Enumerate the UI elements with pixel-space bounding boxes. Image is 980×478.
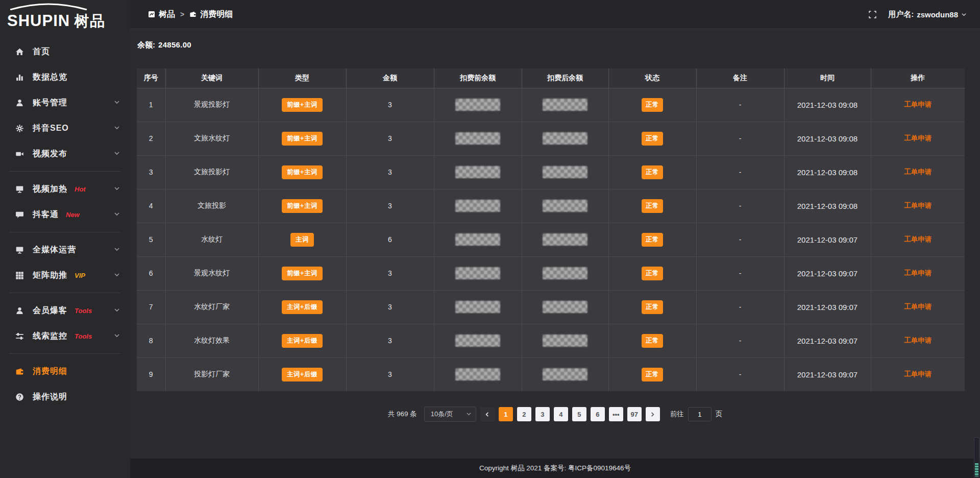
wallet-icon (189, 11, 197, 18)
cell-remark: - (696, 290, 784, 324)
masked-value (455, 132, 500, 145)
goto-page-input[interactable] (688, 407, 712, 421)
sidebar-item-video-publish[interactable]: 视频发布 (0, 141, 130, 166)
cell-time: 2021-12-03 09:08 (784, 88, 871, 122)
cell-status: 正常 (608, 357, 696, 391)
column-header: 序号 (137, 68, 165, 88)
cell-action: 工单申请 (871, 324, 965, 357)
sidebar-item-account-manage[interactable]: 账号管理 (0, 90, 130, 115)
sidebar-item-data-overview[interactable]: 数据总览 (0, 64, 130, 90)
cell-time: 2021-12-03 09:07 (784, 357, 871, 391)
cell-balance-before (434, 290, 522, 324)
ticket-apply-link[interactable]: 工单申请 (904, 134, 932, 142)
next-page-button[interactable] (646, 407, 660, 421)
cell-status: 正常 (608, 122, 696, 155)
cell-amount: 3 (346, 155, 434, 189)
ticket-apply-link[interactable]: 工单申请 (904, 202, 932, 209)
page-button-2[interactable]: 2 (517, 407, 531, 421)
cell-balance-before (434, 189, 522, 223)
masked-value (543, 368, 587, 380)
home-icon (15, 47, 26, 56)
cell-balance-after (522, 189, 608, 223)
page-size-select[interactable]: 10条/页 (424, 407, 476, 422)
page-button-5[interactable]: 5 (572, 407, 586, 421)
masked-value (543, 99, 587, 111)
app-square-icon (148, 11, 155, 18)
sidebar-item-clue-monitor[interactable]: 线索监控Tools (0, 323, 130, 349)
cell-amount: 3 (346, 324, 434, 357)
screen-icon (15, 185, 26, 194)
table-header-row: 序号关键词类型金额扣费前余额扣费后余额状态备注时间操作 (137, 68, 965, 88)
masked-value (543, 166, 587, 178)
cell-remark: - (696, 189, 784, 223)
sidebar-item-consume-detail[interactable]: 消费明细 (0, 358, 130, 384)
cell-index: 6 (137, 256, 165, 290)
cell-balance-after (522, 88, 608, 122)
sidebar-item-member-baoke[interactable]: 会员爆客Tools (0, 298, 130, 323)
pagination-total: 共 969 条 (388, 410, 417, 419)
status-badge: 正常 (642, 233, 663, 247)
status-badge: 正常 (642, 300, 663, 314)
chevron-down-icon (114, 306, 120, 315)
ticket-apply-link[interactable]: 工单申请 (904, 370, 932, 378)
column-header: 状态 (608, 68, 696, 88)
cell-remark: - (696, 223, 784, 256)
ticket-apply-link[interactable]: 工单申请 (904, 101, 932, 108)
cell-time: 2021-12-03 09:08 (784, 122, 871, 155)
cell-type: 前缀+主词 (258, 155, 346, 189)
status-badge: 正常 (642, 98, 663, 112)
sidebar-item-label: 线索监控 (33, 331, 67, 342)
cell-keyword: 水纹灯厂家 (165, 290, 258, 324)
consume-table-wrap: 序号关键词类型金额扣费前余额扣费后余额状态备注时间操作 1 景观投影灯 前缀+主… (137, 68, 965, 391)
masked-value (455, 368, 500, 380)
cell-amount: 3 (346, 88, 434, 122)
sidebar: SHUPIN 树品 首页数据总览账号管理抖音SEO视频发布视频加热Hot抖客通N… (0, 0, 130, 478)
sidebar-item-operation-guide[interactable]: 操作说明 (0, 384, 130, 410)
sidebar-item-douyin-seo[interactable]: 抖音SEO (0, 115, 130, 141)
masked-value (455, 99, 500, 111)
question-icon (15, 393, 26, 401)
video-camera-icon (15, 150, 26, 158)
prev-page-button[interactable] (480, 407, 495, 421)
cell-status: 正常 (608, 256, 696, 290)
page-button-1[interactable]: 1 (499, 407, 513, 421)
column-header: 时间 (784, 68, 871, 88)
breadcrumb-root-label: 树品 (159, 9, 175, 20)
sidebar-item-label: 首页 (33, 46, 50, 57)
cell-amount: 3 (346, 189, 434, 223)
cell-time: 2021-12-03 09:07 (784, 290, 871, 324)
page-button-97[interactable]: 97 (627, 407, 642, 421)
ticket-apply-link[interactable]: 工单申请 (904, 168, 932, 176)
sidebar-item-matrix-boost[interactable]: 矩阵助推VIP (0, 262, 130, 288)
sidebar-item-media-operation[interactable]: 全媒体运营 (0, 237, 130, 262)
sidebar-item-home[interactable]: 首页 (0, 39, 130, 64)
scrollbar[interactable] (974, 437, 979, 478)
cell-status: 正常 (608, 290, 696, 324)
balance-value: 24856.00 (158, 40, 191, 49)
bar-chart-icon (15, 73, 26, 82)
table-row: 8 水纹灯效果 主词+后缀 3 正常 - 2021-12-03 09:07 工单… (137, 324, 965, 357)
column-header: 关键词 (165, 68, 258, 88)
cell-type: 主词+后缀 (258, 290, 346, 324)
page-button-3[interactable]: 3 (535, 407, 550, 421)
breadcrumb-root[interactable]: 树品 (148, 9, 175, 20)
sidebar-item-video-heat[interactable]: 视频加热Hot (0, 176, 130, 202)
ticket-apply-link[interactable]: 工单申请 (904, 337, 932, 344)
cell-remark: - (696, 357, 784, 391)
sidebar-item-douketong[interactable]: 抖客通New (0, 202, 130, 227)
ticket-apply-link[interactable]: 工单申请 (904, 269, 932, 277)
breadcrumb-current-label: 消费明细 (200, 9, 233, 20)
ticket-apply-link[interactable]: 工单申请 (904, 303, 932, 310)
page-ellipsis-button[interactable]: ••• (609, 407, 623, 421)
page-button-6[interactable]: 6 (591, 407, 605, 421)
page-button-4[interactable]: 4 (554, 407, 568, 421)
page-size-value: 10条/页 (431, 410, 453, 419)
logo-text-en: SHUPIN (7, 12, 70, 30)
breadcrumb-current[interactable]: 消费明细 (189, 9, 233, 20)
fullscreen-button[interactable] (868, 10, 877, 19)
cell-type: 前缀+主词 (258, 189, 346, 223)
cell-type: 前缀+主词 (258, 256, 346, 290)
ticket-apply-link[interactable]: 工单申请 (904, 235, 932, 243)
user-menu[interactable]: 用户名: zswodun88 (888, 10, 967, 19)
sidebar-item-label: 操作说明 (33, 392, 67, 402)
